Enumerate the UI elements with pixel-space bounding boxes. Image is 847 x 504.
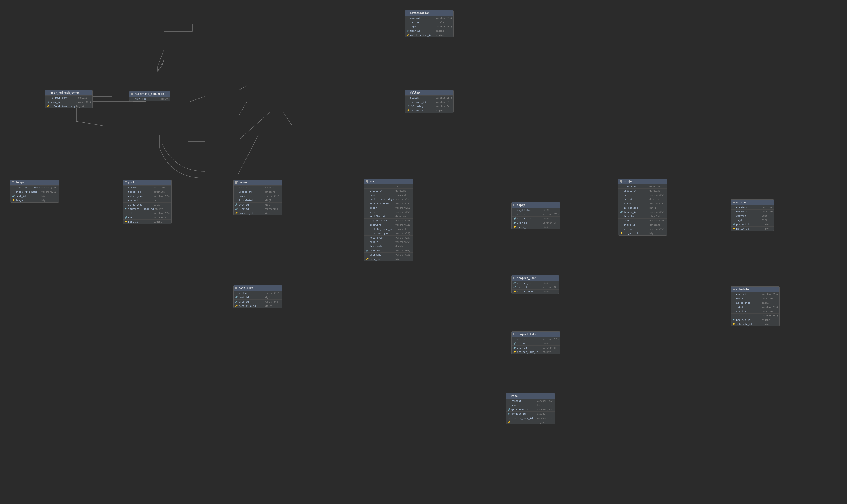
- fk-icon: 🔗: [507, 412, 511, 415]
- table-row: 🔗 user_id varchar(64): [123, 215, 171, 219]
- field-type: bigint: [543, 282, 551, 284]
- field-type: datetime: [154, 191, 165, 193]
- field-name: content: [512, 399, 536, 402]
- table-row: next_val bigint: [129, 96, 170, 101]
- field-type: datetime: [762, 210, 773, 213]
- field-name: name: [624, 219, 649, 222]
- no-key-icon: [507, 403, 511, 407]
- field-name: skills: [370, 240, 395, 243]
- table-grid-icon: [514, 277, 516, 279]
- field-type: datetime: [650, 224, 660, 226]
- fk-icon: 🔗: [406, 29, 409, 32]
- table-row: name varchar(255): [618, 218, 667, 222]
- table-row: username varchar(100): [364, 252, 413, 257]
- field-type: varchar(255): [650, 219, 666, 222]
- pk-icon: 🔑: [12, 199, 15, 202]
- table-row: original_filename varchar(255): [10, 185, 59, 190]
- field-name: project_id: [517, 217, 542, 220]
- table-header-post_like: post_like: [234, 286, 282, 291]
- table-post_like: post_like status varchar(255) 🔗 post_id …: [233, 285, 282, 308]
- fk-icon: 🔗: [513, 342, 516, 345]
- field-type: varchar(255): [154, 195, 170, 197]
- field-name: content: [410, 17, 435, 19]
- pk-icon: 🔑: [124, 220, 127, 223]
- no-key-icon: [732, 314, 735, 317]
- table-grid-icon: [12, 181, 14, 184]
- field-name: project_id: [624, 232, 649, 235]
- pk-icon: 🔑: [47, 105, 50, 108]
- field-type: bigint: [264, 305, 273, 307]
- no-key-icon: [366, 219, 369, 222]
- field-type: datetime: [264, 191, 275, 193]
- table-row: status varchar(255): [234, 291, 282, 295]
- table-header-schedule: schedule: [731, 287, 779, 292]
- field-type: varchar(255): [436, 17, 452, 19]
- field-type: varchar(255): [650, 211, 666, 213]
- field-type: bigint: [762, 227, 770, 230]
- field-type: varchar(255): [650, 202, 666, 205]
- field-type: varchar(255): [395, 206, 412, 209]
- table-row: interest_areas varchar(255): [364, 201, 413, 205]
- table-grid-icon: [235, 181, 238, 184]
- field-type: varchar(255): [762, 293, 778, 295]
- table-image: image original_filename varchar(255) sto…: [10, 180, 59, 203]
- field-name: rate_id: [512, 421, 536, 424]
- table-row: score int: [506, 403, 555, 407]
- field-name: provider_type: [370, 232, 395, 235]
- field-name: create_at: [128, 186, 153, 189]
- pk-icon: 🔑: [513, 226, 516, 229]
- table-row: is_deleted bit(1): [512, 208, 560, 212]
- field-name: project_id: [736, 319, 761, 321]
- field-name: user_id: [410, 30, 435, 32]
- field-type: tinyblob: [650, 215, 660, 218]
- table-header-user_refresh_token: user_refresh_token: [45, 90, 92, 95]
- fk-icon: 🔗: [124, 207, 127, 211]
- field-name: content: [736, 215, 761, 217]
- table-row: is_read bit(1): [405, 20, 453, 24]
- table-row: status varchar(255): [512, 212, 560, 216]
- field-name: status: [410, 96, 435, 99]
- table-header-comment: comment: [234, 180, 282, 185]
- table-row: 🔗 project_id bigint: [512, 341, 560, 345]
- field-name: title: [128, 212, 153, 215]
- field-type: bit(1): [264, 199, 273, 202]
- no-key-icon: [732, 310, 735, 313]
- field-type: datetime: [762, 206, 773, 209]
- field-type: bigint: [155, 208, 163, 210]
- no-key-icon: [366, 228, 369, 231]
- field-name: email: [370, 194, 395, 196]
- field-type: datetime: [395, 215, 406, 218]
- table-row: provider_type varchar(20): [364, 231, 413, 235]
- connector-svg: [0, 0, 847, 504]
- table-row: 🔑 project_user_id bigint: [512, 289, 559, 293]
- no-key-icon: [620, 202, 623, 205]
- field-name: end_at: [736, 297, 761, 300]
- field-name: follow_id: [410, 109, 435, 112]
- field-type: bigint: [76, 105, 84, 108]
- no-key-icon: [47, 96, 50, 99]
- table-row: update_at datetime: [123, 190, 171, 194]
- field-type: bit(1): [762, 219, 770, 221]
- no-key-icon: [124, 203, 127, 206]
- field-name: update_at: [128, 191, 153, 193]
- fk-icon: 🔗: [513, 346, 516, 349]
- field-name: is_deleted: [736, 301, 761, 304]
- table-row: store_file_name varchar(255): [10, 190, 59, 194]
- fk-icon: 🔗: [507, 416, 511, 419]
- field-name: label: [736, 306, 761, 308]
- field-type: varchar(255): [41, 186, 57, 189]
- field-type: varchar(1): [395, 198, 409, 201]
- table-row: title varchar(255): [731, 313, 779, 318]
- field-type: bigint: [543, 217, 551, 220]
- field-type: varchar(255): [395, 202, 412, 205]
- field-type: bigint: [395, 258, 403, 260]
- field-type: bigint: [264, 212, 273, 215]
- no-key-icon: [124, 212, 127, 215]
- table-grid-icon: [366, 180, 368, 183]
- field-name: notification_id: [410, 34, 435, 36]
- field-name: score: [512, 404, 536, 407]
- no-key-icon: [235, 199, 238, 202]
- table-row: 🔗 give_user_id varchar(64): [506, 407, 555, 412]
- fk-icon: 🔗: [513, 221, 516, 224]
- field-name: user_id: [239, 208, 264, 210]
